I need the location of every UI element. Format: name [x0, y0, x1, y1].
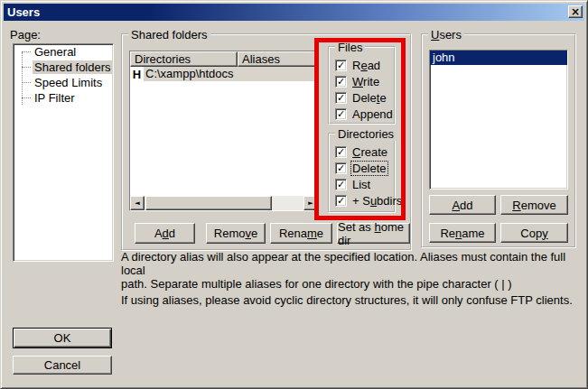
scroll-thumb[interactable] — [145, 196, 272, 210]
copy-user-button[interactable]: Copy — [500, 223, 568, 243]
column-header-aliases[interactable]: Aliases — [238, 51, 318, 67]
rename-directory-button[interactable]: Rename — [270, 223, 332, 244]
button-label: Set as home dir — [338, 220, 409, 247]
tree-item-label: General — [33, 45, 78, 59]
tree-connector — [22, 82, 31, 83]
tree-item-ip-filter[interactable]: IP Filter — [14, 90, 113, 106]
cancel-button[interactable]: Cancel — [13, 356, 112, 375]
button-label: Copy — [520, 227, 547, 240]
column-header-directories[interactable]: Directories — [130, 51, 238, 67]
directory-row[interactable]: H C:\xampp\htdocs — [130, 67, 318, 81]
titlebar[interactable]: Users × — [4, 4, 584, 21]
page-tree: General Shared folders Speed Limits IP F… — [13, 43, 114, 262]
button-label: Add — [452, 199, 472, 212]
remove-directory-button[interactable]: Remove — [206, 223, 266, 244]
shared-folders-group-label: Shared folders — [128, 28, 210, 42]
ok-button[interactable]: OK — [13, 328, 112, 348]
tree-lines — [22, 52, 23, 105]
button-label: Rename — [440, 227, 484, 240]
tree-item-label: Shared folders — [33, 60, 113, 74]
tree-connector — [22, 51, 31, 52]
tree-item-general[interactable]: General — [14, 44, 113, 60]
scroll-left-icon: ◄ — [135, 199, 139, 207]
tree-item-label: IP Filter — [33, 91, 77, 105]
users-group-label: Users — [428, 28, 464, 42]
home-flag: H — [130, 68, 144, 81]
highlight-annotation — [314, 38, 406, 220]
scroll-track[interactable] — [145, 196, 303, 210]
rename-user-button[interactable]: Rename — [429, 223, 496, 243]
button-label: Add — [154, 227, 175, 240]
notes: A directory alias will also appear at th… — [121, 250, 587, 307]
listview-body: H C:\xampp\htdocs — [130, 67, 318, 196]
users-list: john — [429, 50, 568, 190]
page-label: Page: — [10, 28, 41, 42]
listview-header: Directories Aliases — [130, 51, 318, 67]
button-label: Remove — [214, 227, 257, 240]
alias-note-line2: path. Separate multiple aliases for one … — [121, 277, 587, 291]
close-icon: × — [571, 7, 580, 16]
add-directory-button[interactable]: Add — [135, 223, 195, 244]
remove-user-button[interactable]: Remove — [500, 195, 568, 215]
tree-item-shared-folders[interactable]: Shared folders — [14, 60, 113, 75]
add-user-button[interactable]: Add — [429, 195, 496, 215]
button-label: Cancel — [44, 358, 80, 372]
button-label: OK — [54, 331, 71, 345]
hscrollbar: ◄ ► — [130, 196, 318, 210]
user-item[interactable]: john — [430, 51, 567, 65]
tree-item-speed-limits[interactable]: Speed Limits — [14, 75, 113, 90]
window-title: Users — [4, 5, 40, 19]
set-home-dir-button[interactable]: Set as home dir — [337, 223, 410, 244]
alias-note-line1: A directory alias will also appear at th… — [121, 250, 587, 277]
tree-connector — [22, 97, 31, 98]
button-label: Rename — [279, 227, 323, 240]
directories-listview: Directories Aliases H C:\xampp\htdocs ◄ … — [129, 51, 319, 211]
close-button[interactable]: × — [568, 5, 583, 18]
tree-item-label: Speed Limits — [33, 76, 104, 89]
cyclic-note: If using aliases, please avoid cyclic di… — [121, 293, 587, 307]
directory-path: C:\xampp\htdocs — [144, 67, 318, 81]
scroll-left-button[interactable]: ◄ — [130, 196, 145, 210]
button-label: Remove — [512, 199, 555, 212]
users-dialog: Users × Page: General Shared folders Spe… — [0, 0, 588, 389]
tree-connector — [22, 67, 31, 68]
scroll-right-icon: ► — [308, 199, 313, 207]
